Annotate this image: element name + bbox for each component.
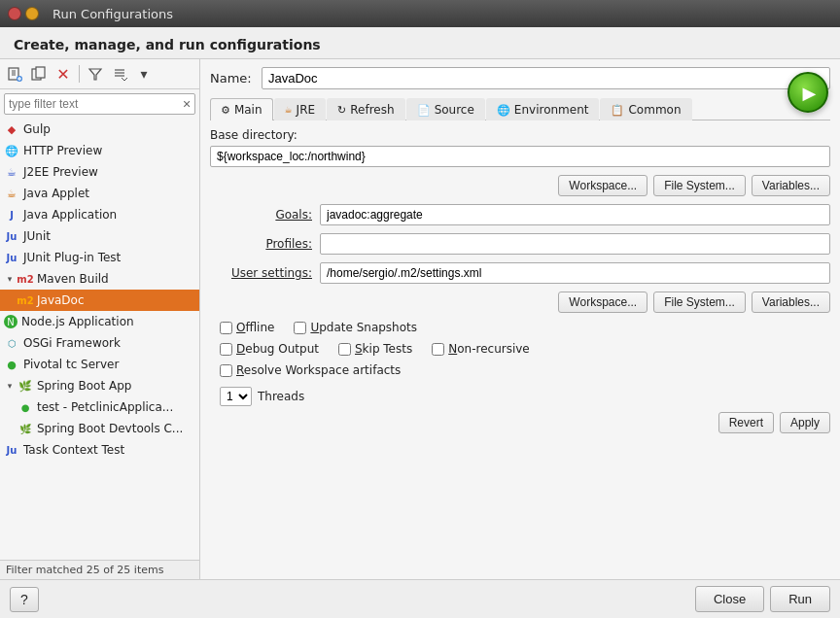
revert-button[interactable]: Revert	[718, 412, 774, 433]
name-input[interactable]	[262, 67, 830, 89]
dialog-body: ✕ ▾ ✕ ◆ Gulp	[0, 59, 840, 579]
tree-item-petclinic[interactable]: ● test - PetclinicApplica...	[0, 396, 199, 418]
checkboxes-row3: Resolve Workspace artifacts	[220, 363, 830, 377]
tab-source[interactable]: 📄 Source	[406, 98, 485, 120]
tree-item-osgi[interactable]: ⬡ OSGi Framework	[0, 332, 199, 354]
filter-clear-button[interactable]: ✕	[179, 96, 194, 112]
tree-item-java-application[interactable]: J Java Application	[0, 204, 199, 225]
tree-item-spring-devtools[interactable]: 🌿 Spring Boot Devtools C...	[0, 418, 199, 439]
skip-tests-checkbox-item[interactable]: Skip Tests	[338, 342, 412, 356]
run-icon-button[interactable]	[788, 72, 828, 113]
tree-item-label: JUnit	[23, 229, 51, 243]
duplicate-config-button[interactable]	[28, 63, 50, 85]
nodejs-icon: N	[4, 315, 18, 328]
user-settings-label: User settings:	[210, 266, 312, 280]
tree-item-java-applet[interactable]: ☕ Java Applet	[0, 183, 199, 204]
basedir-variables-button[interactable]: Variables...	[752, 175, 830, 196]
tree-item-label: JUnit Plug-in Test	[23, 251, 121, 264]
collapse-all-button[interactable]	[109, 63, 130, 85]
revert-apply-row: Revert Apply	[210, 406, 830, 435]
tree-item-spring-boot[interactable]: ▾ 🌿 Spring Boot App	[0, 375, 199, 396]
non-recursive-checkbox[interactable]	[432, 343, 444, 356]
tree-item-nodejs[interactable]: N Node.js Application	[0, 311, 199, 332]
goals-input[interactable]	[320, 204, 830, 225]
tree-item-junit-plugin[interactable]: Ju JUnit Plug-in Test	[0, 247, 199, 268]
checkboxes-row1: Offline Update Snapshots	[220, 321, 830, 334]
petclinic-icon: ●	[18, 399, 33, 415]
tree-item-maven-build[interactable]: ▾ m2 Maven Build	[0, 268, 199, 290]
svg-marker-9	[89, 69, 101, 80]
tree-item-label: Task Context Test	[23, 443, 124, 457]
spring-devtools-icon: 🌿	[18, 421, 33, 436]
debug-output-checkbox[interactable]	[220, 343, 232, 356]
close-button[interactable]: Close	[695, 586, 764, 612]
close-window-btn[interactable]	[8, 7, 21, 20]
threads-select[interactable]: 1 2 4	[220, 387, 252, 406]
user-settings-input[interactable]	[320, 262, 830, 284]
basedir-input[interactable]	[210, 146, 830, 167]
jre-tab-icon: ☕	[285, 105, 293, 115]
expand-arrow-spring: ▾	[4, 380, 16, 392]
window-title: Run Configurations	[52, 7, 173, 21]
tree-item-junit[interactable]: Ju JUnit	[0, 225, 199, 247]
expand-all-button[interactable]: ▾	[133, 63, 155, 85]
offline-checkbox-item[interactable]: Offline	[220, 321, 274, 334]
tree-item-j2ee-preview[interactable]: ☕ J2EE Preview	[0, 161, 199, 183]
tree-item-pivotal[interactable]: ● Pivotal tc Server	[0, 354, 199, 375]
tab-main[interactable]: ⚙ Main	[210, 98, 273, 120]
profiles-input[interactable]	[320, 233, 830, 255]
non-recursive-checkbox-item[interactable]: Non-recursive	[432, 342, 530, 356]
tree-item-task-context[interactable]: Ju Task Context Test	[0, 439, 199, 461]
update-snapshots-checkbox[interactable]	[294, 322, 306, 334]
filter-configs-button[interactable]	[85, 63, 106, 85]
junit-plugin-icon: Ju	[4, 250, 19, 265]
usersettings-workspace-button[interactable]: Workspace...	[558, 292, 648, 313]
resolve-workspace-label: Resolve Workspace artifacts	[236, 363, 401, 377]
tab-environment-label: Environment	[514, 103, 589, 117]
left-toolbar: ✕ ▾	[0, 59, 199, 89]
tree-item-label: Node.js Application	[21, 315, 134, 328]
resolve-workspace-checkbox-item[interactable]: Resolve Workspace artifacts	[220, 363, 401, 377]
tab-jre[interactable]: ☕ JRE	[274, 98, 327, 120]
tree-item-label: Spring Boot Devtools C...	[37, 422, 183, 435]
basedir-filesystem-button[interactable]: File System...	[653, 175, 746, 196]
expand-arrow-maven: ▾	[4, 273, 16, 285]
tab-environment[interactable]: 🌐 Environment	[486, 98, 600, 120]
run-button[interactable]: Run	[770, 586, 830, 612]
offline-checkbox[interactable]	[220, 322, 232, 334]
new-config-button[interactable]	[4, 63, 25, 85]
filter-input[interactable]	[5, 94, 179, 114]
basedir-workspace-button[interactable]: Workspace...	[558, 175, 648, 196]
resolve-workspace-checkbox[interactable]	[220, 364, 232, 377]
skip-tests-checkbox[interactable]	[338, 343, 351, 356]
usersettings-variables-button[interactable]: Variables...	[752, 292, 830, 313]
minimize-window-btn[interactable]	[25, 7, 39, 20]
common-tab-icon: 📋	[611, 104, 624, 117]
offline-label: Offline	[236, 321, 274, 334]
dialog-footer: ? Close Run	[0, 579, 840, 618]
apply-button[interactable]: Apply	[780, 412, 830, 433]
tab-refresh[interactable]: ↻ Refresh	[327, 98, 405, 120]
tab-refresh-label: Refresh	[350, 103, 394, 117]
delete-config-button[interactable]: ✕	[52, 63, 74, 85]
tree-item-label: OSGi Framework	[23, 336, 121, 350]
debug-output-checkbox-item[interactable]: Debug Output	[220, 342, 319, 356]
tree-container: ◆ Gulp 🌐 HTTP Preview ☕ J2EE Preview ☕ J…	[0, 119, 199, 560]
tab-source-label: Source	[435, 103, 474, 117]
java-app-icon: J	[4, 207, 19, 223]
name-row: Name:	[210, 67, 830, 89]
usersettings-filesystem-button[interactable]: File System...	[653, 292, 746, 313]
java-applet-icon: ☕	[4, 186, 19, 201]
tree-item-label: Gulp	[23, 122, 51, 136]
osgi-icon: ⬡	[4, 335, 19, 351]
tree-item-http-preview[interactable]: 🌐 HTTP Preview	[0, 140, 199, 161]
tab-main-label: Main	[234, 103, 262, 117]
update-snapshots-checkbox-item[interactable]: Update Snapshots	[294, 321, 417, 334]
spring-icon: 🌿	[18, 378, 33, 394]
window-controls[interactable]	[8, 7, 39, 20]
tree-item-gulp[interactable]: ◆ Gulp	[0, 119, 199, 140]
main-tab-content: Base directory: Workspace... File System…	[210, 128, 830, 573]
tab-common[interactable]: 📋 Common	[600, 98, 691, 120]
tree-item-javadoc[interactable]: m2 JavaDoc	[0, 290, 199, 311]
help-button[interactable]: ?	[10, 587, 39, 612]
